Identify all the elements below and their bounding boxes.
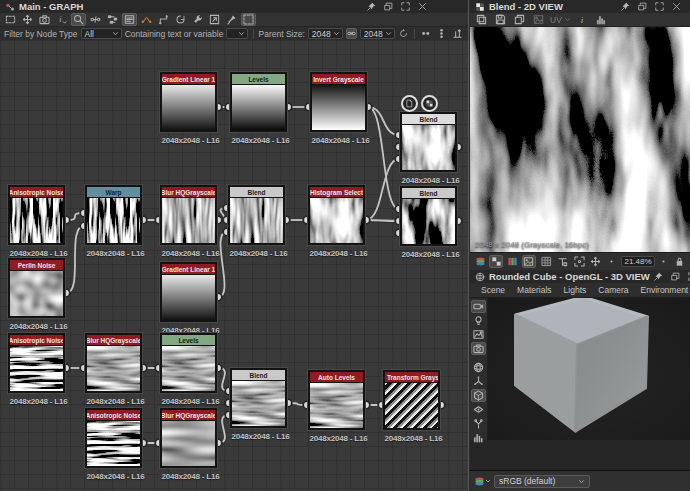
graph-node-levels[interactable]: Levels2048x2048 - L16 [230,72,287,132]
center-view-button[interactable] [588,255,602,268]
reset-size-button[interactable] [398,28,409,39]
float-window-icon[interactable] [671,272,680,281]
output-doc-badge[interactable] [401,95,418,112]
colorspace-dropdown[interactable]: sRGB (default) [494,475,590,488]
menu-item-environment[interactable]: Environment [636,284,690,296]
graph-node-anisotropic-noise[interactable]: Anisotropic Noise2048x2048 - L16 [8,333,65,393]
stats-button[interactable] [471,431,486,444]
export-node-button[interactable] [207,13,222,26]
menu-item-scene[interactable]: Scene [476,284,510,296]
info-button[interactable]: i [575,13,590,26]
graph-node-anisotropic-noise[interactable]: Anisotropic Noise2048x2048 - L16 [85,408,142,468]
panel-toggle-button[interactable] [122,13,137,26]
boxed-arrow-icon [209,14,220,25]
view2d-canvas[interactable]: 2048 x 2048 (Grayscale, 16bpc) [470,27,690,252]
material-link-button[interactable] [139,13,154,26]
node-wire [366,159,399,220]
float-window-icon[interactable] [638,2,647,11]
camera-button[interactable] [471,342,486,355]
close-icon[interactable] [672,2,681,11]
pan-tool-button[interactable] [20,13,35,26]
dots-column-button[interactable] [435,27,448,40]
output-size-dropdown[interactable]: 2048 [360,28,395,39]
zoom-in-button[interactable] [657,255,671,268]
background-checker-button[interactable] [489,255,503,268]
zoom-tool-button[interactable] [71,13,86,26]
video-camera-button[interactable] [471,300,486,313]
wireframe-button[interactable] [471,361,486,374]
info-dropdown-button[interactable]: i [54,13,69,26]
save-button[interactable] [493,13,508,26]
dots-pair-button[interactable] [419,27,432,40]
lock-button[interactable] [673,255,687,268]
graph-node-invert-grayscale[interactable]: Invert Grayscale2048x2048 - L16 [310,72,367,132]
splitter-button[interactable] [471,417,486,430]
tools-button[interactable] [190,13,205,26]
graph-node-gradient-linear-1[interactable]: Gradient Linear 12048x2048 - L16 [160,72,217,132]
colorspace-layers-button[interactable] [473,255,487,268]
uv-dropdown[interactable]: UV [550,15,571,25]
link-size-button[interactable] [346,28,357,39]
node-graph-button[interactable] [105,13,120,26]
close-icon[interactable] [418,2,427,11]
pin-guides-button[interactable] [451,27,464,40]
graph-node-gradient-linear-1[interactable]: Gradient Linear 12048x2048 - L16 [160,262,217,322]
compare-button[interactable] [474,13,489,26]
menu-item-lights[interactable]: Lights [559,284,592,296]
graph-node-blur-hqgrayscale[interactable]: Blur HQGrayscale2048x2048 - L16 [160,408,217,468]
parent-size-dropdown[interactable]: 2048 [308,28,343,39]
link-creation-button[interactable] [88,13,103,26]
preview-image-button[interactable] [522,255,536,268]
channels-button[interactable] [505,255,519,268]
graph-node-blend[interactable]: Blend2048x2048 - L16 [400,112,457,172]
menu-item-camera[interactable]: Camera [593,284,633,296]
pin-icon[interactable] [654,272,663,281]
graph-node-histogram-select[interactable]: Histogram Select2048x2048 - L16 [308,185,365,245]
pin-icon[interactable] [621,2,630,11]
menu-item-materials[interactable]: Materials [512,284,556,296]
search-input[interactable] [226,28,248,39]
graph-node-perlin-noise[interactable]: Perlin Noise2048x2048 - L16 [8,258,65,318]
graph-node-levels[interactable]: Levels2048x2048 - L16 [160,333,217,393]
texture-preview [470,27,690,252]
graph-icon [5,2,15,12]
graph-node-blend[interactable]: Blend2048x2048 - L16 [400,186,457,246]
graph-canvas[interactable]: Gradient Linear 12048x2048 - L16Levels20… [0,40,468,491]
graph-node-blend[interactable]: Blend2048x2048 - L16 [230,368,287,428]
graph-node-safe-transform-grayscale[interactable]: Safe Transform Grayscale2048x2048 - L16 [383,370,440,430]
fit-frame-button[interactable] [572,255,586,268]
environment-button[interactable] [471,328,486,341]
elbow-link-button[interactable] [156,13,171,26]
graph-node-blend[interactable]: Blend2048x2048 - L16 [228,185,285,245]
colorspace-layers-button[interactable] [475,475,490,488]
select-tool-button[interactable] [3,13,18,26]
clean-button[interactable] [224,13,239,26]
graph-node-anisotropic-noise[interactable]: Anisotropic Noise2048x2048 - L16 [8,185,65,245]
clean-icon [226,14,237,25]
graph-node-blur-hqgrayscale[interactable]: Blur HQGrayscale2048x2048 - L16 [85,333,142,393]
axes-button[interactable] [471,375,486,388]
zoom-level-field[interactable]: 21.48% [621,256,655,267]
snapshot-button[interactable] [37,13,52,26]
node-type-filter-dropdown[interactable]: All [81,28,122,39]
frame-tool-button[interactable] [241,13,256,26]
output-view-badge[interactable] [421,95,438,112]
shading-button[interactable] [471,403,486,416]
zoom-out-button[interactable] [604,255,618,268]
geometry-button[interactable] [471,389,486,402]
histogram-button[interactable] [594,13,609,26]
pin-icon[interactable] [367,2,376,11]
float-window-icon[interactable] [384,2,393,11]
maximize-icon[interactable] [655,2,664,11]
tiling-grid-button[interactable] [540,255,554,268]
timer-button[interactable] [173,13,188,26]
view3d-canvas[interactable] [470,298,690,440]
transform-button[interactable] [556,255,570,268]
graph-node-warp[interactable]: Warp2048x2048 - L16 [85,185,142,245]
export-image-button[interactable] [531,13,546,26]
graph-node-auto-levels[interactable]: Auto Levels2048x2048 - L16 [308,370,365,430]
copy-button[interactable] [512,13,527,26]
graph-node-blur-hqgrayscale[interactable]: Blur HQGrayscale2048x2048 - L16 [160,185,217,245]
maximize-icon[interactable] [401,2,410,11]
light-button[interactable] [471,314,486,327]
